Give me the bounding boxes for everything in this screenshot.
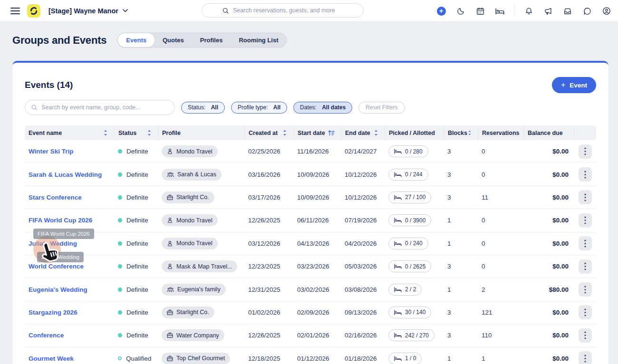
- dark-mode-button[interactable]: [455, 6, 466, 16]
- property-selector[interactable]: [Stage] Wayne Manor: [48, 7, 128, 15]
- global-search-input[interactable]: [233, 7, 343, 14]
- profile-name: Eugenia's family: [177, 286, 221, 293]
- balance-due-value: $0.00: [523, 355, 574, 362]
- event-name-link[interactable]: Sarah & Lucas Wedding: [29, 171, 102, 178]
- status-label: Qualified: [126, 355, 151, 362]
- row-actions-button[interactable]: [579, 305, 592, 319]
- filter-profile-type-chip[interactable]: Profile type: All: [231, 102, 287, 114]
- blocks-value: 3: [444, 332, 478, 339]
- row-actions-button[interactable]: [579, 282, 592, 297]
- status-label: Definite: [126, 148, 148, 155]
- announcements-button[interactable]: [543, 6, 553, 16]
- end-date-value: 02/14/2027: [341, 148, 385, 155]
- account-button[interactable]: [601, 6, 612, 16]
- inbox-button[interactable]: [562, 6, 573, 16]
- column-header[interactable]: End date: [341, 125, 385, 140]
- blocks-value: 3: [444, 194, 478, 201]
- profile-chip: Eugenia's family: [162, 284, 226, 296]
- row-actions-button[interactable]: [579, 213, 592, 228]
- balance-due-value: $0.00: [523, 332, 574, 339]
- table-row: FIFA World Cup 2026DefiniteMondo Travel1…: [25, 209, 596, 232]
- page-title: Groups and Events: [12, 34, 106, 47]
- event-search-input[interactable]: [41, 104, 169, 111]
- page-header: Groups and Events Events Quotes Profiles…: [12, 32, 287, 48]
- tab-rooming-list[interactable]: Rooming List: [231, 33, 286, 47]
- quick-add-button[interactable]: +: [436, 6, 446, 16]
- calendar-button[interactable]: [475, 6, 485, 16]
- event-name-link[interactable]: World Conference: [29, 263, 84, 270]
- start-date-value: 02/09/2026: [293, 309, 341, 316]
- event-name-link[interactable]: Eugenia's Wedding: [29, 286, 87, 293]
- filter-dates-chip[interactable]: Dates: All dates: [293, 102, 352, 114]
- event-name-link[interactable]: Winter Ski Trip: [29, 148, 73, 155]
- event-name-link[interactable]: Conference: [29, 332, 64, 339]
- column-header[interactable]: Status: [114, 125, 158, 140]
- end-date-value: 03/08/2026: [341, 286, 385, 293]
- add-event-button[interactable]: + Event: [552, 77, 596, 93]
- table-row: Winter Ski TripDefiniteMondo Travel02/25…: [25, 140, 596, 163]
- status-dot: [118, 264, 122, 268]
- created-at-value: 12/31/2025: [244, 286, 293, 293]
- status-dot: [118, 356, 122, 360]
- status-dot: [118, 333, 122, 337]
- bed-icon: [394, 195, 402, 200]
- reservations-value: 0: [478, 171, 523, 178]
- moon-icon: [456, 7, 465, 16]
- status-label: Definite: [126, 171, 148, 178]
- event-name-link[interactable]: Stargazing 2026: [29, 309, 77, 316]
- profile-chip: Starlight Co.: [162, 192, 214, 203]
- profile-chip: Mondo Travel: [162, 145, 218, 157]
- profile-name: Water Company: [176, 332, 219, 339]
- sort-icon: [373, 129, 379, 136]
- end-date-value: 09/13/2026: [341, 309, 385, 316]
- status-label: Definite: [126, 217, 148, 224]
- row-actions-button[interactable]: [579, 190, 592, 204]
- balance-due-value: $0.00: [523, 263, 574, 270]
- profile-chip: Sarah & Lucas: [162, 169, 222, 181]
- sort-icon: [103, 129, 108, 136]
- profile-chip: Mondo Travel: [162, 214, 218, 226]
- chevron-down-icon: [123, 9, 128, 12]
- global-search[interactable]: [202, 3, 364, 18]
- navbar-actions: +: [436, 0, 612, 22]
- profile-chip: Mondo Travel: [162, 238, 218, 249]
- column-header[interactable]: Start date: [293, 125, 341, 140]
- status-label: Definite: [126, 286, 148, 293]
- tab-events[interactable]: Events: [118, 33, 154, 47]
- tab-quotes[interactable]: Quotes: [154, 33, 192, 47]
- end-date-value: 01/18/2026: [341, 355, 385, 362]
- event-name-link[interactable]: Gourmet Week: [29, 355, 74, 362]
- row-actions-button[interactable]: [579, 236, 592, 250]
- messages-button[interactable]: [582, 6, 592, 16]
- event-name-link[interactable]: Stars Conference: [29, 194, 82, 201]
- row-actions-button[interactable]: [579, 328, 592, 343]
- column-header[interactable]: Created at: [244, 125, 293, 140]
- bed-icon: [394, 264, 402, 269]
- picked-allotted-chip: 1 / 0: [388, 353, 422, 364]
- hamburger-menu-icon[interactable]: [10, 6, 20, 16]
- event-search[interactable]: [25, 100, 175, 115]
- kebab-icon: [584, 354, 586, 363]
- profile-name: Starlight Co.: [176, 309, 209, 316]
- notifications-button[interactable]: [523, 6, 534, 16]
- reset-filters-button[interactable]: Reset Filters: [358, 102, 405, 114]
- app-logo[interactable]: [27, 4, 40, 18]
- row-actions-button[interactable]: [579, 351, 592, 364]
- row-actions-button[interactable]: [579, 144, 592, 159]
- column-header[interactable]: Event name: [25, 125, 114, 140]
- table-body: Winter Ski TripDefiniteMondo Travel02/25…: [25, 140, 596, 364]
- start-date-value: 03/23/2026: [293, 263, 341, 270]
- column-header[interactable]: Blocks: [444, 125, 478, 140]
- reservations-bed-button[interactable]: [494, 6, 505, 16]
- event-name-link[interactable]: FIFA World Cup 2026: [29, 217, 92, 224]
- profile-chip: Mask & Map Travel...: [162, 260, 237, 272]
- row-actions-button[interactable]: [579, 167, 592, 182]
- bed-icon: [394, 172, 402, 177]
- end-date-value: 05/03/2026: [341, 263, 385, 270]
- tab-profiles[interactable]: Profiles: [192, 33, 231, 47]
- picked-allotted-chip: 0 / 244: [388, 169, 428, 181]
- kebab-icon: [584, 147, 586, 155]
- briefcase-icon: [167, 309, 173, 316]
- filter-status-chip[interactable]: Status: All: [181, 102, 225, 114]
- row-actions-button[interactable]: [579, 259, 592, 274]
